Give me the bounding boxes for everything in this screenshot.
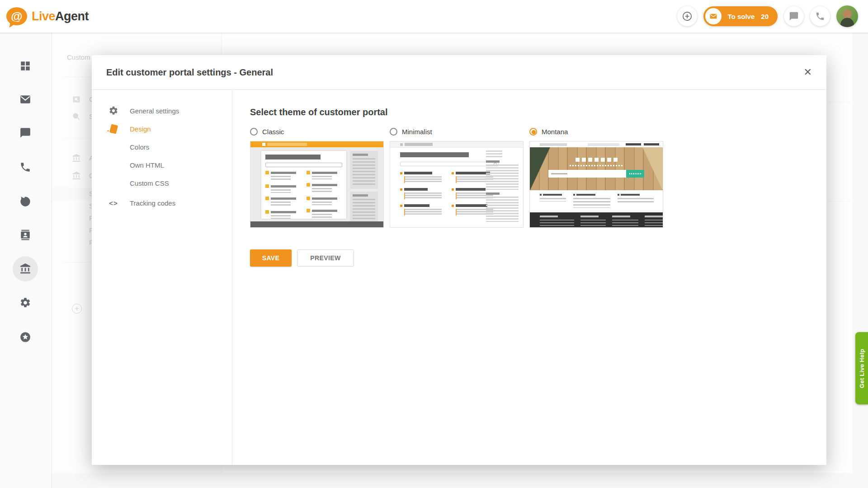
settings-gear-icon [19,297,31,309]
theme-thumbnail-montana[interactable] [529,141,663,228]
dialog-content: Select theme of customer portal Classic [232,90,826,465]
sidebar-item-tickets[interactable] [16,90,34,108]
section-heading: Select theme of customer portal [250,107,826,117]
nav-item-custom-css[interactable]: Custom CSS [92,174,232,192]
sidebar-item-dashboard[interactable] [16,57,34,75]
code-icon: <> [108,197,119,208]
contacts-icon [19,229,31,241]
theme-thumbnail-minimalist[interactable] [390,141,524,228]
sidebar-item-chats[interactable] [16,124,34,142]
dialog-title: Edit customer portal settings - General [106,67,273,78]
radio-button-icon[interactable] [390,128,397,136]
theme-option-classic: Classic [250,125,384,228]
radio-minimalist[interactable]: Minimalist [390,125,524,138]
to-solve-count: 20 [761,13,769,20]
edit-customer-portal-settings-dialog: Edit customer portal settings - General … [92,55,826,465]
to-solve-badge[interactable]: To solve 20 [703,6,778,26]
close-icon[interactable]: ✕ [802,66,814,79]
envelope-icon [705,8,722,24]
mail-icon [19,94,31,105]
sync-icon [19,196,31,207]
theme-options: Classic [250,125,826,228]
liveagent-logo: @ LiveAgent [6,7,89,25]
sidebar-item-sync[interactable] [16,192,34,211]
nav-label: General settings [130,107,179,115]
save-button[interactable]: SAVE [250,249,292,267]
theme-option-montana: Montana [529,125,663,228]
action-buttons: SAVE PREVIEW [250,249,826,267]
nav-label: Own HTML [130,161,164,169]
bank-icon [19,263,31,275]
dialog-nav: General settings Design Colors Own HTML … [92,90,232,465]
app-sidebar [0,33,52,488]
star-icon [19,331,31,343]
sidebar-item-rewards[interactable] [16,328,34,346]
logo-bubble-icon: @ [6,7,27,25]
add-new-button[interactable] [677,6,697,26]
radio-montana[interactable]: Montana [529,125,663,138]
header-actions: To solve 20 [677,5,868,27]
theme-option-minimalist: Minimalist [390,125,524,228]
user-avatar[interactable] [836,5,858,27]
nav-item-own-html[interactable]: Own HTML [92,156,232,174]
nav-item-tracking-codes[interactable]: <> Tracking codes [92,194,232,212]
get-live-help-tab[interactable]: Get Live Help [855,332,868,404]
dashboard-icon [19,60,31,72]
chats-button[interactable] [784,6,804,26]
radio-label: Montana [542,128,568,136]
plus-circle-icon [682,11,692,21]
phone-icon [815,11,825,21]
chat-icon [19,127,31,139]
nav-label: Design [130,125,151,133]
chat-icon [789,11,799,21]
calls-button[interactable] [810,6,830,26]
sidebar-item-calls[interactable] [16,158,34,176]
design-icon [108,123,119,134]
preview-button[interactable]: PREVIEW [297,249,354,267]
radio-label: Minimalist [402,128,432,136]
get-live-help-label: Get Live Help [859,349,865,388]
nav-item-design[interactable]: Design [92,120,232,138]
brand-agent: Agent [55,9,89,23]
top-header: @ LiveAgent To solve 20 [0,0,868,33]
gear-icon [108,105,119,116]
dialog-header: Edit customer portal settings - General … [92,55,826,90]
sidebar-item-customer-portal[interactable] [16,260,34,278]
sidebar-item-contacts[interactable] [16,226,34,244]
radio-classic[interactable]: Classic [250,125,384,138]
to-solve-label: To solve [728,13,755,20]
sidebar-item-settings[interactable] [16,294,34,312]
phone-icon [19,161,31,173]
nav-label: Tracking codes [130,199,175,207]
nav-item-colors[interactable]: Colors [92,138,232,156]
nav-item-general-settings[interactable]: General settings [92,102,232,120]
nav-label: Custom CSS [130,179,169,187]
brand-live: Live [32,9,55,23]
radio-label: Classic [262,128,284,136]
radio-button-icon[interactable] [250,128,258,136]
radio-button-icon[interactable] [529,128,537,136]
theme-thumbnail-classic[interactable] [250,141,384,228]
nav-label: Colors [130,143,149,151]
